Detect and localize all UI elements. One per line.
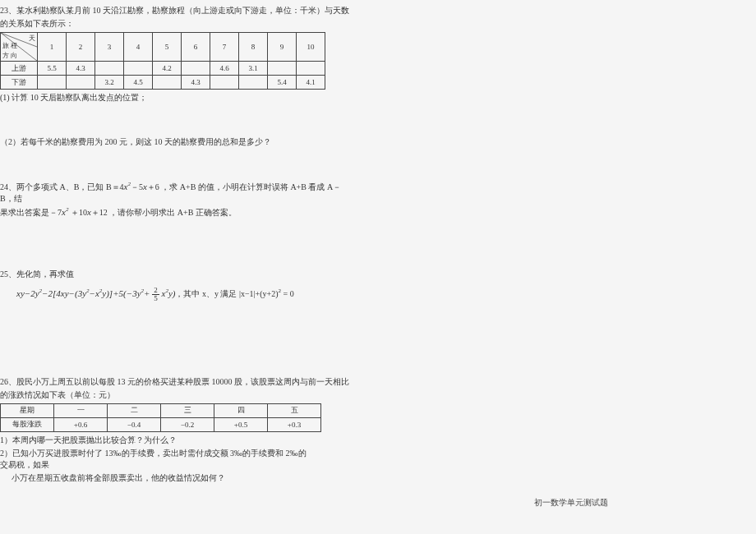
q26-table: 星期 一 二 三 四 五 每股涨跌 +0.6 −0.4 −0.2 +0.5 +0… — [0, 403, 321, 432]
q23-cell — [153, 76, 182, 90]
q26b-line2: 小万在星期五收盘前将全部股票卖出，他的收益情况如何？ — [12, 472, 312, 484]
q26-hdr: 四 — [214, 403, 268, 417]
q26-cell: +0.6 — [54, 417, 108, 431]
q26b-line1: 2）已知小万买进股票时付了 13‰的手续费，卖出时需付成交额 3‰的手续费和 2… — [0, 448, 312, 471]
q23-cell — [38, 76, 67, 90]
q23-cell: 4.2 — [153, 62, 182, 76]
q25-expression: xy−2y2−2[4xy−(3y2−x2y)]+5(−3y2+ 25 x2y)，… — [16, 287, 353, 302]
q23-day: 10 — [297, 33, 325, 62]
q23-sub1: (1) 计算 10 天后勘察队离出发点的位置； — [0, 92, 353, 104]
q23-intro-1: 23、某水利勘察队某月前 10 天沿江勘察，勘察旅程（向上游走或向下游走，单位：… — [0, 5, 353, 16]
q26-cell: +0.3 — [268, 417, 321, 431]
q26-cell: +0.5 — [214, 417, 268, 431]
q24-line1: 24、两个多项式 A、B，已知 B＝4x2－5x＋6 ，求 A+B 的值，小明在… — [0, 181, 353, 205]
q26-intro-2: 的涨跌情况如下表（单位：元） — [0, 389, 353, 401]
q23-day: 7 — [210, 33, 239, 62]
q23-table: 天 旅 程 方 向 1 2 3 4 5 6 7 8 9 10 上游 5.5 4.… — [0, 32, 325, 90]
q23-cell: 4.1 — [297, 76, 325, 90]
q26-cell: 每股涨跌 — [1, 417, 54, 431]
q23-sub2: （2）若每千米的勘察费用为 200 元，则这 10 天的勘察费用的总和是多少？ — [0, 136, 353, 148]
question-23: 23、某水利勘察队某月前 10 天沿江勘察，勘察旅程（向上游走或向下游走，单位：… — [0, 5, 353, 148]
question-26: 26、股民小万上周五以前以每股 13 元的价格买进某种股票 10000 股，该股… — [0, 376, 353, 446]
q26-cell: −0.2 — [161, 417, 214, 431]
question-25: 25、先化简，再求值 xy−2y2−2[4xy−(3y2−x2y)]+5(−3y… — [0, 269, 353, 302]
q24-line2: 果求出答案是－7x2 ＋10x＋12 ，请你帮小明求出 A+B 正确答案。 — [0, 206, 353, 219]
q23-cell: 3.2 — [95, 76, 124, 90]
q23-cell — [210, 76, 239, 90]
question-26-part2: 2）已知小万买进股票时付了 13‰的手续费，卖出时需付成交额 3‰的手续费和 2… — [0, 448, 312, 484]
q23-cell: 4.6 — [210, 62, 239, 76]
q23-cell — [67, 76, 95, 90]
page-footer: 初一数学单元测试题 — [534, 497, 608, 509]
q23-day: 4 — [124, 33, 153, 62]
q23-cell: 5.4 — [268, 76, 297, 90]
q23-intro-2: 的关系如下表所示： — [0, 18, 353, 30]
q23-cell — [268, 62, 297, 76]
q23-diag-header: 天 旅 程 方 向 — [1, 33, 38, 62]
q23-day: 2 — [67, 33, 95, 62]
q26-hdr: 星期 — [1, 403, 54, 417]
q23-cell — [297, 62, 325, 76]
q23-cell: 5.5 — [38, 62, 67, 76]
q23-day: 3 — [95, 33, 124, 62]
q23-cell: 4.3 — [182, 76, 210, 90]
q23-day: 5 — [153, 33, 182, 62]
q23-cell — [95, 62, 124, 76]
q26-hdr: 三 — [161, 403, 214, 417]
q23-cell: 3.1 — [239, 62, 268, 76]
q25-title: 25、先化简，再求值 — [0, 269, 353, 280]
q26-sub1: 1）本周内哪一天把股票抛出比较合算？为什么？ — [0, 435, 353, 446]
q23-cell — [239, 76, 268, 90]
q23-row-up-label: 上游 — [1, 62, 38, 76]
q26-hdr: 二 — [108, 403, 161, 417]
q23-cell — [182, 62, 210, 76]
q23-day: 6 — [182, 33, 210, 62]
q26-cell: −0.4 — [108, 417, 161, 431]
q23-cell: 4.3 — [67, 62, 95, 76]
q26-intro-1: 26、股民小万上周五以前以每股 13 元的价格买进某种股票 10000 股，该股… — [0, 376, 353, 388]
q23-day: 8 — [239, 33, 268, 62]
q23-cell: 4.5 — [124, 76, 153, 90]
q26-hdr: 一 — [54, 403, 108, 417]
q23-day: 1 — [38, 33, 67, 62]
q26-hdr: 五 — [268, 403, 321, 417]
q23-cell — [124, 62, 153, 76]
q23-day: 9 — [268, 33, 297, 62]
question-24: 24、两个多项式 A、B，已知 B＝4x2－5x＋6 ，求 A+B 的值，小明在… — [0, 181, 353, 219]
q23-row-down-label: 下游 — [1, 76, 38, 90]
